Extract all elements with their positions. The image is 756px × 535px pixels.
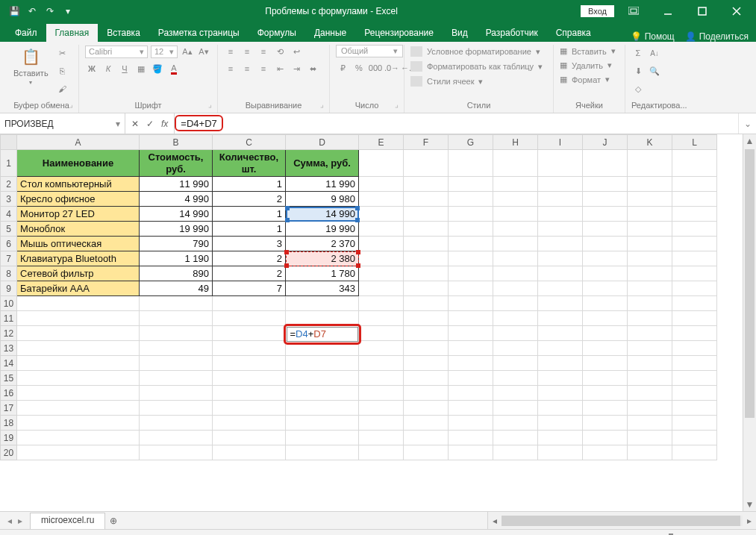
cell[interactable] xyxy=(538,341,583,356)
column-header[interactable]: L xyxy=(672,135,717,150)
row-header[interactable]: 7 xyxy=(1,251,17,266)
cell[interactable] xyxy=(286,341,359,356)
cell[interactable] xyxy=(538,386,583,401)
close-icon[interactable] xyxy=(722,0,752,22)
cell[interactable] xyxy=(672,371,717,386)
cell[interactable] xyxy=(449,266,493,281)
cell[interactable] xyxy=(213,445,286,460)
cell[interactable] xyxy=(493,237,538,251)
cell[interactable] xyxy=(628,445,672,460)
cell[interactable]: 7 xyxy=(213,281,286,296)
row-header[interactable]: 20 xyxy=(1,445,17,460)
cell[interactable] xyxy=(140,416,213,431)
cell[interactable] xyxy=(583,431,628,445)
save-icon[interactable]: 💾 xyxy=(6,3,22,19)
cell[interactable] xyxy=(449,431,493,445)
row-header[interactable]: 8 xyxy=(1,266,17,281)
cell[interactable] xyxy=(359,311,404,326)
cell[interactable] xyxy=(493,431,538,445)
cell[interactable]: 2 xyxy=(213,192,286,207)
sheet-nav-next-icon[interactable]: ▸ xyxy=(18,516,22,526)
tell-me-button[interactable]: 💡 Помощ xyxy=(631,31,675,42)
scroll-down-icon[interactable]: ▼ xyxy=(743,498,756,511)
cell[interactable] xyxy=(449,251,493,266)
cell[interactable] xyxy=(493,341,538,356)
bold-button[interactable]: Ж xyxy=(85,62,99,75)
cell[interactable] xyxy=(286,326,359,341)
cell[interactable] xyxy=(449,386,493,401)
row-header[interactable]: 16 xyxy=(1,386,17,401)
font-size-select[interactable]: 12▾ xyxy=(151,46,178,58)
cell[interactable] xyxy=(17,445,140,460)
align-bottom-icon[interactable]: ≡ xyxy=(257,45,270,58)
cell[interactable] xyxy=(538,311,583,326)
cell[interactable] xyxy=(140,401,213,416)
cell[interactable] xyxy=(140,356,213,371)
qat-customize-icon[interactable]: ▾ xyxy=(60,3,76,19)
cell[interactable] xyxy=(538,177,583,192)
cell[interactable] xyxy=(213,386,286,401)
row-header[interactable]: 13 xyxy=(1,341,17,356)
cell[interactable] xyxy=(404,237,449,251)
cell[interactable]: Наименование xyxy=(17,150,140,177)
redo-icon[interactable]: ↷ xyxy=(42,3,58,19)
cell[interactable] xyxy=(538,281,583,296)
cell[interactable] xyxy=(213,416,286,431)
cell[interactable]: 2 xyxy=(213,251,286,266)
cell[interactable] xyxy=(359,401,404,416)
maximize-icon[interactable] xyxy=(687,0,717,22)
expand-formula-bar-icon[interactable]: ⌄ xyxy=(738,113,756,134)
cell[interactable]: 1 190 xyxy=(140,251,213,266)
cell[interactable] xyxy=(359,356,404,371)
scroll-thumb[interactable] xyxy=(745,149,755,418)
cell[interactable] xyxy=(672,386,717,401)
cell[interactable]: 1 xyxy=(213,177,286,192)
cell[interactable] xyxy=(628,341,672,356)
cell[interactable] xyxy=(628,326,672,341)
cell[interactable] xyxy=(449,401,493,416)
cell[interactable] xyxy=(286,386,359,401)
cell[interactable] xyxy=(359,222,404,237)
cell[interactable] xyxy=(449,222,493,237)
cell[interactable] xyxy=(286,356,359,371)
decrease-indent-icon[interactable]: ⇤ xyxy=(273,62,287,75)
wrap-text-icon[interactable]: ↩ xyxy=(290,45,303,58)
tab-view[interactable]: Вид xyxy=(443,24,477,42)
cell[interactable] xyxy=(493,150,538,177)
cell[interactable] xyxy=(17,341,140,356)
font-color-icon[interactable]: A xyxy=(167,62,181,75)
cell[interactable] xyxy=(628,281,672,296)
cell[interactable] xyxy=(583,222,628,237)
cell[interactable] xyxy=(140,431,213,445)
increase-decimal-icon[interactable]: .0→ xyxy=(385,61,399,75)
cell[interactable] xyxy=(583,251,628,266)
cell[interactable]: 2 xyxy=(213,266,286,281)
cell[interactable]: 19 990 xyxy=(140,222,213,237)
cell[interactable] xyxy=(140,386,213,401)
align-right-icon[interactable]: ≡ xyxy=(257,62,270,75)
cell[interactable] xyxy=(628,251,672,266)
cell[interactable] xyxy=(404,416,449,431)
cell[interactable] xyxy=(493,445,538,460)
cell[interactable] xyxy=(583,177,628,192)
cell[interactable] xyxy=(538,356,583,371)
row-header[interactable]: 10 xyxy=(1,296,17,311)
cell[interactable] xyxy=(493,222,538,237)
cell[interactable] xyxy=(140,445,213,460)
cell[interactable] xyxy=(493,311,538,326)
align-center-icon[interactable]: ≡ xyxy=(240,62,254,75)
row-header[interactable]: 6 xyxy=(1,237,17,251)
row-header[interactable]: 14 xyxy=(1,356,17,371)
row-header[interactable]: 18 xyxy=(1,416,17,431)
cell[interactable] xyxy=(140,371,213,386)
cell[interactable] xyxy=(493,207,538,222)
cell[interactable] xyxy=(140,341,213,356)
cell[interactable] xyxy=(359,192,404,207)
delete-cells-button[interactable]: ▦Удалить▾ xyxy=(560,60,616,70)
cell[interactable]: 3 xyxy=(213,237,286,251)
cell[interactable] xyxy=(583,445,628,460)
cell[interactable]: 1 xyxy=(213,222,286,237)
cell[interactable] xyxy=(449,356,493,371)
cell[interactable] xyxy=(213,326,286,341)
cell[interactable] xyxy=(449,177,493,192)
